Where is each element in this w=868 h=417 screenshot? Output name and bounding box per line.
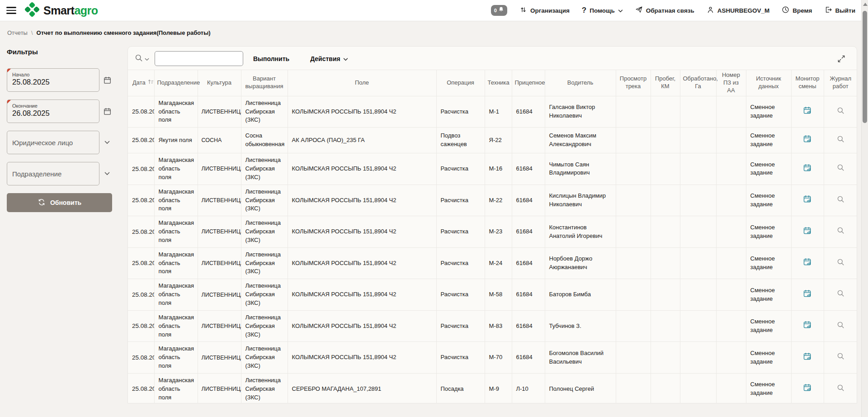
cell-task_number: [716, 128, 746, 153]
scrollbar-thumb[interactable]: [863, 11, 867, 123]
column-header-monitor[interactable]: Монитор смены: [791, 70, 824, 96]
cell-driver: Тубчинов З.: [545, 310, 616, 342]
column-header-operation[interactable]: Операция: [436, 70, 485, 96]
work-journal-icon[interactable]: [824, 310, 857, 342]
cell-field: КОЛЫМСКАЯ РОССЫПЬ 151,8904 Ч2: [288, 153, 436, 185]
shift-monitor-icon[interactable]: [791, 185, 824, 216]
execute-button[interactable]: Выполнить: [253, 55, 289, 62]
cell-variant: Лиственница Сибирская (ЗКС): [241, 279, 288, 311]
feedback-button[interactable]: Обратная связь: [635, 6, 694, 15]
table-row[interactable]: 25.08.2025Магаданская область поляЛИСТВЕ…: [128, 373, 857, 403]
cell-variant: Лиственница Сибирская (ЗКС): [241, 373, 288, 403]
column-header-department[interactable]: Подразделение: [154, 70, 198, 96]
refresh-icon: [38, 198, 46, 208]
brand-text-smart: Smart: [43, 4, 74, 17]
work-journal-icon[interactable]: [824, 373, 857, 403]
scroll-up-arrow-icon[interactable]: [863, 3, 868, 6]
table-row[interactable]: 25.08.2025Магаданская область поляЛИСТВЕ…: [128, 96, 857, 128]
shift-monitor-icon[interactable]: [791, 128, 824, 153]
cell-trailer: 61684: [512, 310, 545, 342]
column-header-mileage[interactable]: Пробег, КМ: [651, 70, 680, 96]
work-journal-icon[interactable]: [824, 247, 857, 279]
notifications-button[interactable]: 0: [491, 5, 507, 16]
cell-processed_ha: [680, 279, 716, 311]
time-button[interactable]: Время: [782, 6, 812, 15]
shift-monitor-icon[interactable]: [791, 153, 824, 185]
shift-monitor-icon[interactable]: [791, 373, 824, 403]
table-row[interactable]: 25.08.2025Магаданская область поляЛИСТВЕ…: [128, 247, 857, 279]
column-header-driver[interactable]: Водитель: [545, 70, 616, 96]
cell-trailer: 61684: [512, 247, 545, 279]
column-header-date[interactable]: Дата: [128, 70, 154, 96]
page-title: Отчет по выполнению сменного задания(Пол…: [37, 29, 211, 36]
cell-vehicle: М-9: [485, 373, 512, 403]
report-table: Дата Подразделение Культура Вариант выра…: [128, 70, 857, 403]
actions-button[interactable]: Действия: [310, 55, 348, 62]
legal-entity-chevron-icon[interactable]: [102, 141, 113, 144]
table-row[interactable]: 25.08.2025Магаданская область поляЛИСТВЕ…: [128, 342, 857, 374]
shift-monitor-icon[interactable]: [791, 216, 824, 248]
cell-culture: ЛИСТВЕННИЦА: [198, 310, 241, 342]
search-input[interactable]: [155, 51, 243, 66]
cell-date: 25.08.2025: [128, 310, 154, 342]
refresh-button[interactable]: Обновить: [7, 193, 112, 212]
user-button[interactable]: ASHURBEGOV_M: [707, 6, 770, 15]
cell-department: Магаданская область поля: [154, 96, 198, 128]
breadcrumb-reports[interactable]: Отчеты: [7, 29, 28, 36]
search-scope-button[interactable]: [134, 53, 149, 64]
end-date-field[interactable]: Окончание 26.08.2025: [7, 100, 99, 123]
shift-monitor-icon[interactable]: [791, 342, 824, 374]
legal-entity-select[interactable]: Юридическое лицо: [7, 131, 99, 154]
work-journal-icon[interactable]: [824, 279, 857, 311]
work-journal-icon[interactable]: [824, 96, 857, 128]
end-calendar-icon[interactable]: [102, 107, 113, 116]
shift-monitor-icon[interactable]: [791, 310, 824, 342]
table-row[interactable]: 25.08.2025Магаданская область поляЛИСТВЕ…: [128, 279, 857, 311]
cell-track: [616, 310, 651, 342]
vertical-scrollbar[interactable]: [861, 0, 868, 417]
work-journal-icon[interactable]: [824, 342, 857, 374]
cell-source: Сменное задание: [746, 216, 791, 248]
column-header-variant[interactable]: Вариант выращивания: [241, 70, 288, 96]
logout-button[interactable]: Выйти: [825, 6, 856, 15]
work-journal-icon[interactable]: [824, 128, 857, 153]
shift-monitor-icon[interactable]: [791, 279, 824, 311]
column-header-processed[interactable]: Обработано, Га: [680, 70, 716, 96]
column-header-vehicle[interactable]: Техника: [485, 70, 512, 96]
cell-operation: Подвоз саженцев: [436, 128, 485, 153]
cell-operation: Расчистка: [436, 342, 485, 374]
help-button[interactable]: ? Помощь: [582, 6, 623, 15]
work-journal-icon[interactable]: [824, 153, 857, 185]
column-header-trailer[interactable]: Прицепное: [512, 70, 545, 96]
expand-icon[interactable]: [837, 54, 846, 63]
column-header-task-number[interactable]: Номер ПЗ из АА: [716, 70, 746, 96]
table-row[interactable]: 25.08.2025Магаданская область поляЛИСТВЕ…: [128, 310, 857, 342]
cell-culture: ЛИСТВЕННИЦА: [198, 373, 241, 403]
column-header-culture[interactable]: Культура: [198, 70, 241, 96]
work-journal-icon[interactable]: [824, 216, 857, 248]
cell-date: 25.08.2025: [128, 279, 154, 311]
cell-track: [616, 153, 651, 185]
table-row[interactable]: 25.08.2025Магаданская область поляЛИСТВЕ…: [128, 153, 857, 185]
column-header-field[interactable]: Поле: [288, 70, 436, 96]
work-journal-icon[interactable]: [824, 185, 857, 216]
department-chevron-icon[interactable]: [102, 172, 113, 175]
username-label: ASHURBEGOV_M: [717, 7, 770, 14]
organization-button[interactable]: Организация: [519, 6, 570, 15]
cell-vehicle: М-58: [485, 279, 512, 311]
table-row[interactable]: 25.08.2025Магаданская область поляЛИСТВЕ…: [128, 216, 857, 248]
brand-logo[interactable]: Smartagro: [24, 2, 98, 19]
column-header-source[interactable]: Источник данных: [746, 70, 791, 96]
start-date-field[interactable]: Начало 25.08.2025: [7, 68, 99, 92]
shift-monitor-icon[interactable]: [791, 96, 824, 128]
start-calendar-icon[interactable]: [102, 76, 113, 85]
menu-icon[interactable]: [6, 7, 16, 14]
table-header-row: Дата Подразделение Культура Вариант выра…: [128, 70, 857, 96]
column-header-track[interactable]: Просмотр трека: [616, 70, 651, 96]
table-row[interactable]: 25.08.2025Якутия поляСОСНАСосна обыкнове…: [128, 128, 857, 153]
shift-monitor-icon[interactable]: [791, 247, 824, 279]
table-body: 25.08.2025Магаданская область поляЛИСТВЕ…: [128, 96, 857, 403]
table-row[interactable]: 25.08.2025Магаданская область поляЛИСТВЕ…: [128, 185, 857, 216]
column-header-journal[interactable]: Журнал работ: [824, 70, 857, 96]
department-select[interactable]: Подразделение: [7, 162, 99, 185]
